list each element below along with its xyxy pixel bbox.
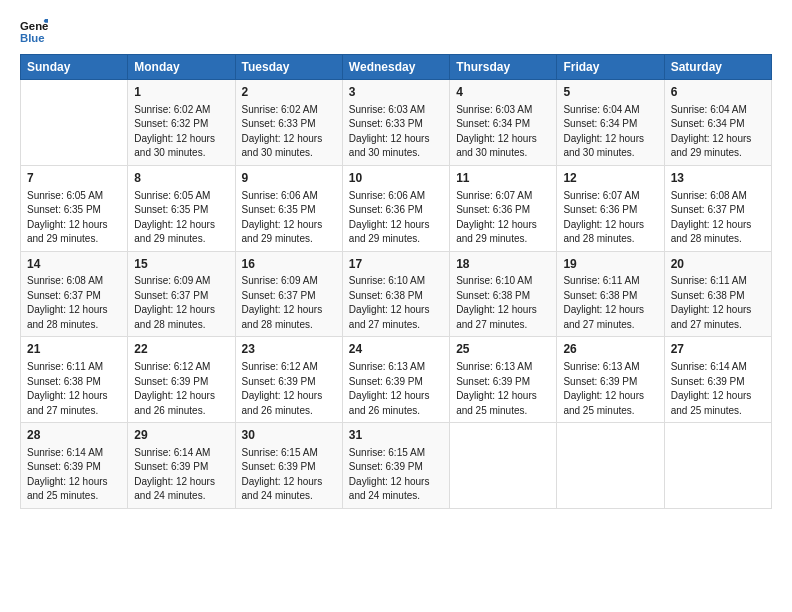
- header-thursday: Thursday: [450, 55, 557, 80]
- day-number: 25: [456, 341, 550, 358]
- day-number: 16: [242, 256, 336, 273]
- calendar-cell: 18Sunrise: 6:10 AM Sunset: 6:38 PM Dayli…: [450, 251, 557, 337]
- calendar-cell: [664, 423, 771, 509]
- day-info: Sunrise: 6:11 AM Sunset: 6:38 PM Dayligh…: [563, 274, 657, 332]
- day-info: Sunrise: 6:10 AM Sunset: 6:38 PM Dayligh…: [349, 274, 443, 332]
- calendar-cell: 7Sunrise: 6:05 AM Sunset: 6:35 PM Daylig…: [21, 165, 128, 251]
- day-info: Sunrise: 6:15 AM Sunset: 6:39 PM Dayligh…: [349, 446, 443, 504]
- calendar-cell: 23Sunrise: 6:12 AM Sunset: 6:39 PM Dayli…: [235, 337, 342, 423]
- day-number: 2: [242, 84, 336, 101]
- day-info: Sunrise: 6:08 AM Sunset: 6:37 PM Dayligh…: [27, 274, 121, 332]
- day-number: 29: [134, 427, 228, 444]
- day-number: 10: [349, 170, 443, 187]
- day-number: 6: [671, 84, 765, 101]
- day-info: Sunrise: 6:14 AM Sunset: 6:39 PM Dayligh…: [27, 446, 121, 504]
- svg-text:Blue: Blue: [20, 32, 45, 44]
- day-info: Sunrise: 6:10 AM Sunset: 6:38 PM Dayligh…: [456, 274, 550, 332]
- day-number: 26: [563, 341, 657, 358]
- calendar-cell: 17Sunrise: 6:10 AM Sunset: 6:38 PM Dayli…: [342, 251, 449, 337]
- day-info: Sunrise: 6:06 AM Sunset: 6:35 PM Dayligh…: [242, 189, 336, 247]
- day-number: 18: [456, 256, 550, 273]
- day-info: Sunrise: 6:03 AM Sunset: 6:33 PM Dayligh…: [349, 103, 443, 161]
- calendar-cell: 25Sunrise: 6:13 AM Sunset: 6:39 PM Dayli…: [450, 337, 557, 423]
- calendar-cell: 9Sunrise: 6:06 AM Sunset: 6:35 PM Daylig…: [235, 165, 342, 251]
- calendar-cell: 6Sunrise: 6:04 AM Sunset: 6:34 PM Daylig…: [664, 80, 771, 166]
- day-number: 13: [671, 170, 765, 187]
- day-info: Sunrise: 6:05 AM Sunset: 6:35 PM Dayligh…: [27, 189, 121, 247]
- week-row-4: 21Sunrise: 6:11 AM Sunset: 6:38 PM Dayli…: [21, 337, 772, 423]
- day-info: Sunrise: 6:06 AM Sunset: 6:36 PM Dayligh…: [349, 189, 443, 247]
- calendar-cell: [450, 423, 557, 509]
- day-info: Sunrise: 6:12 AM Sunset: 6:39 PM Dayligh…: [242, 360, 336, 418]
- calendar-cell: 29Sunrise: 6:14 AM Sunset: 6:39 PM Dayli…: [128, 423, 235, 509]
- calendar-cell: 14Sunrise: 6:08 AM Sunset: 6:37 PM Dayli…: [21, 251, 128, 337]
- calendar-cell: 11Sunrise: 6:07 AM Sunset: 6:36 PM Dayli…: [450, 165, 557, 251]
- calendar-cell: 8Sunrise: 6:05 AM Sunset: 6:35 PM Daylig…: [128, 165, 235, 251]
- calendar-cell: 22Sunrise: 6:12 AM Sunset: 6:39 PM Dayli…: [128, 337, 235, 423]
- day-info: Sunrise: 6:07 AM Sunset: 6:36 PM Dayligh…: [563, 189, 657, 247]
- day-number: 21: [27, 341, 121, 358]
- day-info: Sunrise: 6:02 AM Sunset: 6:32 PM Dayligh…: [134, 103, 228, 161]
- calendar-cell: [557, 423, 664, 509]
- header-sunday: Sunday: [21, 55, 128, 80]
- week-row-2: 7Sunrise: 6:05 AM Sunset: 6:35 PM Daylig…: [21, 165, 772, 251]
- calendar-cell: 3Sunrise: 6:03 AM Sunset: 6:33 PM Daylig…: [342, 80, 449, 166]
- week-row-1: 1Sunrise: 6:02 AM Sunset: 6:32 PM Daylig…: [21, 80, 772, 166]
- day-number: 22: [134, 341, 228, 358]
- week-row-5: 28Sunrise: 6:14 AM Sunset: 6:39 PM Dayli…: [21, 423, 772, 509]
- day-number: 3: [349, 84, 443, 101]
- calendar-cell: 26Sunrise: 6:13 AM Sunset: 6:39 PM Dayli…: [557, 337, 664, 423]
- day-info: Sunrise: 6:14 AM Sunset: 6:39 PM Dayligh…: [671, 360, 765, 418]
- calendar-cell: 2Sunrise: 6:02 AM Sunset: 6:33 PM Daylig…: [235, 80, 342, 166]
- header-tuesday: Tuesday: [235, 55, 342, 80]
- day-info: Sunrise: 6:02 AM Sunset: 6:33 PM Dayligh…: [242, 103, 336, 161]
- calendar-cell: 30Sunrise: 6:15 AM Sunset: 6:39 PM Dayli…: [235, 423, 342, 509]
- calendar-cell: 28Sunrise: 6:14 AM Sunset: 6:39 PM Dayli…: [21, 423, 128, 509]
- calendar-cell: 24Sunrise: 6:13 AM Sunset: 6:39 PM Dayli…: [342, 337, 449, 423]
- calendar-table: SundayMondayTuesdayWednesdayThursdayFrid…: [20, 54, 772, 509]
- day-info: Sunrise: 6:15 AM Sunset: 6:39 PM Dayligh…: [242, 446, 336, 504]
- day-number: 17: [349, 256, 443, 273]
- calendar-cell: 4Sunrise: 6:03 AM Sunset: 6:34 PM Daylig…: [450, 80, 557, 166]
- day-number: 9: [242, 170, 336, 187]
- calendar-cell: 27Sunrise: 6:14 AM Sunset: 6:39 PM Dayli…: [664, 337, 771, 423]
- calendar-cell: [21, 80, 128, 166]
- day-info: Sunrise: 6:07 AM Sunset: 6:36 PM Dayligh…: [456, 189, 550, 247]
- week-row-3: 14Sunrise: 6:08 AM Sunset: 6:37 PM Dayli…: [21, 251, 772, 337]
- day-number: 8: [134, 170, 228, 187]
- day-info: Sunrise: 6:14 AM Sunset: 6:39 PM Dayligh…: [134, 446, 228, 504]
- header-monday: Monday: [128, 55, 235, 80]
- day-info: Sunrise: 6:12 AM Sunset: 6:39 PM Dayligh…: [134, 360, 228, 418]
- day-info: Sunrise: 6:04 AM Sunset: 6:34 PM Dayligh…: [563, 103, 657, 161]
- day-info: Sunrise: 6:13 AM Sunset: 6:39 PM Dayligh…: [456, 360, 550, 418]
- header-row: General Blue: [20, 18, 772, 46]
- day-number: 31: [349, 427, 443, 444]
- day-info: Sunrise: 6:13 AM Sunset: 6:39 PM Dayligh…: [563, 360, 657, 418]
- calendar-cell: 1Sunrise: 6:02 AM Sunset: 6:32 PM Daylig…: [128, 80, 235, 166]
- day-number: 27: [671, 341, 765, 358]
- calendar-cell: 16Sunrise: 6:09 AM Sunset: 6:37 PM Dayli…: [235, 251, 342, 337]
- day-number: 4: [456, 84, 550, 101]
- day-number: 23: [242, 341, 336, 358]
- day-number: 20: [671, 256, 765, 273]
- day-number: 30: [242, 427, 336, 444]
- calendar-cell: 5Sunrise: 6:04 AM Sunset: 6:34 PM Daylig…: [557, 80, 664, 166]
- calendar-cell: 13Sunrise: 6:08 AM Sunset: 6:37 PM Dayli…: [664, 165, 771, 251]
- day-number: 11: [456, 170, 550, 187]
- day-number: 15: [134, 256, 228, 273]
- day-number: 24: [349, 341, 443, 358]
- day-number: 5: [563, 84, 657, 101]
- svg-text:General: General: [20, 20, 48, 32]
- day-info: Sunrise: 6:09 AM Sunset: 6:37 PM Dayligh…: [134, 274, 228, 332]
- header-wednesday: Wednesday: [342, 55, 449, 80]
- day-info: Sunrise: 6:04 AM Sunset: 6:34 PM Dayligh…: [671, 103, 765, 161]
- day-info: Sunrise: 6:09 AM Sunset: 6:37 PM Dayligh…: [242, 274, 336, 332]
- day-number: 19: [563, 256, 657, 273]
- day-number: 7: [27, 170, 121, 187]
- calendar-cell: 31Sunrise: 6:15 AM Sunset: 6:39 PM Dayli…: [342, 423, 449, 509]
- day-number: 28: [27, 427, 121, 444]
- calendar-cell: 10Sunrise: 6:06 AM Sunset: 6:36 PM Dayli…: [342, 165, 449, 251]
- header-saturday: Saturday: [664, 55, 771, 80]
- calendar-cell: 21Sunrise: 6:11 AM Sunset: 6:38 PM Dayli…: [21, 337, 128, 423]
- calendar-cell: 15Sunrise: 6:09 AM Sunset: 6:37 PM Dayli…: [128, 251, 235, 337]
